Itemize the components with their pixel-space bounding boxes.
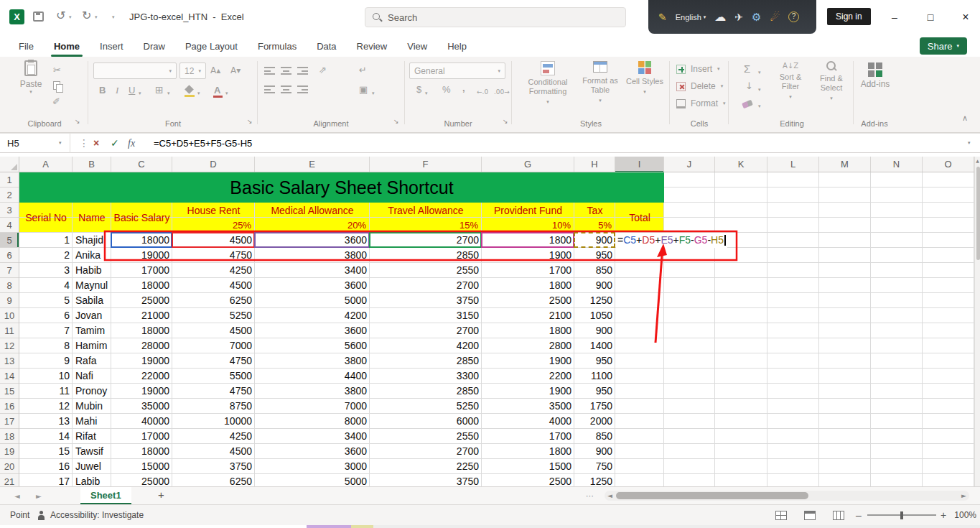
- row-header-13[interactable]: 13: [0, 353, 19, 369]
- font-color-icon[interactable]: A: [214, 85, 220, 96]
- cell-A15[interactable]: 11: [19, 384, 73, 399]
- cell-D14[interactable]: 5500: [172, 369, 255, 384]
- currency-caret-icon[interactable]: ▾: [425, 88, 428, 99]
- cell-H18[interactable]: 850: [574, 429, 615, 444]
- cell-E11[interactable]: 3600: [255, 323, 370, 338]
- column-header-J[interactable]: J: [664, 157, 715, 172]
- column-header-A[interactable]: A: [19, 157, 73, 172]
- row-header-20[interactable]: 20: [0, 459, 19, 474]
- cell-G19[interactable]: 1800: [482, 444, 574, 459]
- cell-E6[interactable]: 3800: [255, 248, 370, 263]
- cell-B21[interactable]: Labib: [73, 474, 111, 486]
- vscroll-up-icon[interactable]: ▲: [975, 158, 980, 163]
- header-travel-allowance[interactable]: Travel Allowance: [370, 203, 482, 218]
- cancel-formula-button[interactable]: ×: [93, 134, 99, 153]
- ribbon-tab-page-layout[interactable]: Page Layout: [175, 36, 248, 57]
- pencil-icon[interactable]: ✎: [658, 11, 667, 23]
- column-header-O[interactable]: O: [923, 157, 974, 172]
- header-basic-salary[interactable]: Basic Salary: [111, 203, 172, 233]
- cell-G18[interactable]: 1700: [482, 429, 574, 444]
- cell-H11[interactable]: 900: [574, 323, 615, 338]
- row-header-4[interactable]: 4: [0, 218, 19, 233]
- cell-D15[interactable]: 4750: [172, 384, 255, 399]
- cell-F11[interactable]: 2700: [370, 323, 482, 338]
- cell-D20[interactable]: 3750: [172, 459, 255, 474]
- column-header-F[interactable]: F: [370, 157, 482, 172]
- cell-D10[interactable]: 5250: [172, 308, 255, 323]
- cell-B16[interactable]: Mubin: [73, 399, 111, 414]
- cell-B9[interactable]: Sabila: [73, 293, 111, 308]
- cell-A11[interactable]: 7: [19, 323, 73, 338]
- cell-E9[interactable]: 5000: [255, 293, 370, 308]
- paste-button[interactable]: Paste ▾: [14, 60, 47, 115]
- sheet-tabs-more-icon[interactable]: ⋯: [586, 491, 594, 501]
- ribbon-tab-insert[interactable]: Insert: [90, 36, 134, 57]
- grow-font-icon[interactable]: A▴: [210, 65, 220, 76]
- cell-B14[interactable]: Nafi: [73, 369, 111, 384]
- cell-B13[interactable]: Rafa: [73, 353, 111, 369]
- hscroll-right-icon[interactable]: ►: [961, 492, 966, 499]
- merge-caret-icon[interactable]: ▾: [372, 88, 375, 99]
- row-header-6[interactable]: 6: [0, 248, 19, 263]
- cell-A14[interactable]: 10: [19, 369, 73, 384]
- enter-formula-button[interactable]: ✓: [111, 134, 119, 153]
- cell-D11[interactable]: 4500: [172, 323, 255, 338]
- cell-D13[interactable]: 4750: [172, 353, 255, 369]
- cell-B7[interactable]: Habib: [73, 263, 111, 278]
- header-provident-fund[interactable]: Provident Fund: [482, 203, 574, 218]
- share-button[interactable]: Share ▾: [920, 37, 967, 55]
- column-header-B[interactable]: B: [73, 157, 111, 172]
- undo-icon[interactable]: ↺: [56, 9, 65, 22]
- row-header-18[interactable]: 18: [0, 429, 19, 444]
- ribbon-tab-file[interactable]: File: [9, 36, 44, 57]
- cell-D7[interactable]: 4250: [172, 263, 255, 278]
- cell-B18[interactable]: Rifat: [73, 429, 111, 444]
- select-all-corner[interactable]: [0, 157, 19, 172]
- collapse-ribbon-icon[interactable]: ∧: [962, 113, 968, 124]
- cell-H16[interactable]: 1750: [574, 399, 615, 414]
- cells-area[interactable]: Basic Salary Sheet ShortcutSerial NoName…: [19, 172, 974, 486]
- row-header-16[interactable]: 16: [0, 399, 19, 414]
- sheet-tab-sheet1[interactable]: Sheet1: [80, 487, 131, 504]
- cell-H9[interactable]: 1250: [574, 293, 615, 308]
- cell-B10[interactable]: Jovan: [73, 308, 111, 323]
- cell-D9[interactable]: 6250: [172, 293, 255, 308]
- cell-H10[interactable]: 1050: [574, 308, 615, 323]
- align-top-icon[interactable]: [264, 67, 275, 75]
- cell-E16[interactable]: 7000: [255, 399, 370, 414]
- zoom-slider-thumb[interactable]: [900, 511, 903, 519]
- italic-button[interactable]: I: [116, 85, 118, 96]
- underline-button[interactable]: U: [129, 85, 135, 96]
- cell-D12[interactable]: 7000: [172, 338, 255, 353]
- minimize-button[interactable]: –: [883, 6, 906, 28]
- sort-filter-button[interactable]: A↓Z Sort & Filter ▾: [771, 61, 810, 102]
- horizontal-scrollbar[interactable]: ◄ ►: [605, 491, 969, 501]
- cell-H19[interactable]: 900: [574, 444, 615, 459]
- align-bottom-icon[interactable]: [297, 67, 308, 75]
- cell-B12[interactable]: Hamim: [73, 338, 111, 353]
- cell-F9[interactable]: 3750: [370, 293, 482, 308]
- cell-A5[interactable]: 1: [19, 233, 73, 248]
- row-header-11[interactable]: 11: [0, 323, 19, 338]
- column-header-I[interactable]: I: [615, 157, 664, 172]
- column-header-C[interactable]: C: [111, 157, 172, 172]
- cell-E20[interactable]: 3000: [255, 459, 370, 474]
- find-select-button[interactable]: Find & Select ▾: [811, 61, 851, 103]
- bold-button[interactable]: B: [99, 85, 106, 96]
- cell-styles-button[interactable]: Cell Styles ▾: [626, 61, 663, 97]
- hscroll-left-icon[interactable]: ◄: [607, 492, 612, 499]
- cell-B8[interactable]: Maynul: [73, 278, 111, 293]
- cell-D17[interactable]: 10000: [172, 414, 255, 429]
- ribbon-tab-help[interactable]: Help: [437, 36, 477, 57]
- zoom-slider[interactable]: [867, 514, 936, 516]
- comet-icon[interactable]: ☄: [770, 11, 780, 24]
- cell-C21[interactable]: 25000: [111, 474, 172, 486]
- cell-G7[interactable]: 1700: [482, 263, 574, 278]
- cell-H12[interactable]: 1400: [574, 338, 615, 353]
- decrease-decimal-icon[interactable]: .00→: [494, 86, 510, 98]
- language-selector[interactable]: English ▾: [676, 13, 706, 22]
- page-break-view-icon[interactable]: [833, 511, 844, 520]
- borders-icon[interactable]: ⊞: [155, 84, 164, 96]
- cell-B19[interactable]: Tawsif: [73, 444, 111, 459]
- clear-caret-icon[interactable]: ▾: [758, 101, 761, 112]
